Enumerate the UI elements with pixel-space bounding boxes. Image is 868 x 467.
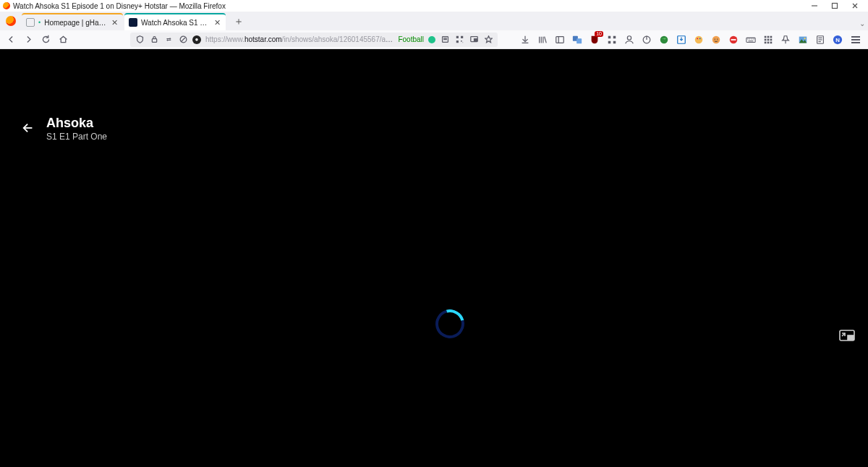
bookmark-star-icon[interactable]	[483, 35, 493, 45]
nord-icon[interactable]: N	[832, 34, 843, 46]
svg-rect-53	[770, 35, 773, 38]
svg-rect-23	[556, 36, 564, 43]
svg-line-22	[545, 36, 547, 43]
nav-forward-button[interactable]	[22, 33, 35, 46]
svg-rect-55	[767, 38, 770, 40]
container-indicator-icon	[428, 36, 435, 43]
svg-rect-1	[833, 4, 838, 9]
nav-reload-button[interactable]	[39, 33, 52, 46]
svg-rect-72	[848, 335, 854, 340]
loading-spinner-icon	[430, 304, 470, 344]
block-icon[interactable]	[728, 34, 739, 46]
pip-urlbar-icon[interactable]	[469, 35, 479, 45]
nav-back-button[interactable]	[4, 33, 17, 46]
grid-icon[interactable]	[606, 34, 618, 46]
sidebar-toggle-icon[interactable]	[554, 34, 566, 46]
nav-home-button[interactable]	[56, 33, 69, 46]
tab-label: Watch Ahsoka S1 Episode 1 on	[141, 19, 209, 27]
window-title: Watch Ahsoka S1 Episode 1 on Disney+ Hot…	[13, 2, 226, 10]
power-icon[interactable]	[641, 34, 652, 46]
video-title: Ahsoka	[46, 116, 93, 131]
keyboard-icon[interactable]	[745, 34, 757, 46]
svg-point-41	[715, 38, 715, 39]
svg-rect-13	[461, 40, 462, 42]
notes-icon[interactable]	[814, 34, 826, 46]
pin-icon[interactable]	[780, 34, 791, 46]
url-text: https://www.hotstar.com/in/shows/ahsoka/…	[205, 35, 393, 43]
apps-grid-icon[interactable]	[762, 34, 774, 46]
tab-strip: • Homepage | gHacks Technolog ✕ Watch Ah…	[0, 12, 868, 30]
ublock-icon[interactable]	[589, 34, 600, 46]
window-maximize-button[interactable]	[825, 0, 845, 12]
tracking-protection-icon[interactable]	[135, 35, 145, 45]
svg-rect-51	[765, 35, 767, 38]
qr-icon[interactable]	[454, 35, 464, 45]
svg-rect-12	[456, 40, 458, 43]
firefox-icon	[6, 16, 16, 26]
svg-rect-56	[770, 38, 773, 40]
tab-hotstar[interactable]: Watch Ahsoka S1 Episode 1 on ✕	[124, 13, 226, 30]
picture-icon[interactable]	[797, 34, 809, 46]
lock-icon[interactable]	[149, 35, 159, 45]
svg-marker-17	[485, 36, 491, 43]
face-icon[interactable]	[710, 34, 722, 46]
svg-line-6	[181, 37, 185, 41]
save-page-icon[interactable]	[676, 34, 687, 46]
tab-label: Homepage | gHacks Technolog	[44, 19, 106, 27]
globe-icon[interactable]	[658, 34, 670, 46]
window-minimize-button[interactable]	[804, 0, 825, 12]
svg-rect-29	[608, 40, 611, 43]
favicon-ghacks-icon	[26, 18, 35, 27]
palette-icon[interactable]	[693, 34, 705, 46]
url-tag: Football	[398, 35, 424, 43]
translate-icon[interactable]	[571, 34, 583, 46]
svg-rect-10	[456, 36, 458, 38]
window-titlebar: Watch Ahsoka S1 Episode 1 on Disney+ Hot…	[0, 0, 868, 12]
tab-close-button[interactable]: ✕	[213, 18, 221, 27]
svg-rect-57	[765, 41, 767, 43]
account-icon[interactable]	[624, 34, 635, 46]
svg-point-63	[804, 38, 805, 39]
svg-rect-59	[770, 41, 773, 43]
svg-rect-30	[613, 40, 616, 43]
site-identity-icon[interactable]: ●	[192, 35, 201, 44]
tab-close-button[interactable]: ✕	[110, 18, 119, 27]
new-tab-button[interactable]: ＋	[230, 13, 247, 30]
app-menu-button[interactable]	[849, 33, 862, 46]
svg-point-37	[695, 35, 703, 43]
svg-rect-44	[731, 39, 736, 40]
svg-rect-45	[746, 38, 755, 42]
blocked-media-icon[interactable]	[178, 35, 188, 45]
tabs-overflow-button[interactable]: ⌄	[859, 20, 865, 27]
svg-point-34	[660, 35, 668, 43]
svg-point-42	[717, 38, 718, 39]
svg-rect-4	[152, 39, 156, 43]
svg-rect-52	[767, 35, 770, 38]
svg-rect-58	[767, 41, 770, 43]
pip-overlay-button[interactable]	[839, 330, 855, 343]
window-close-button[interactable]	[845, 0, 865, 12]
tab-loading-indicator: •	[38, 19, 41, 26]
svg-rect-16	[474, 39, 477, 41]
video-back-button[interactable]	[22, 121, 35, 137]
library-icon[interactable]	[537, 34, 548, 46]
downloads-icon[interactable]	[519, 34, 531, 46]
svg-rect-28	[613, 35, 616, 38]
toolbar-extensions: N	[502, 33, 864, 46]
firefox-icon	[3, 2, 10, 9]
svg-point-39	[699, 38, 701, 39]
tab-ghacks[interactable]: • Homepage | gHacks Technolog ✕	[22, 13, 123, 30]
reader-mode-icon[interactable]	[440, 35, 450, 45]
firefox-menu-button[interactable]	[3, 13, 19, 29]
svg-rect-54	[765, 38, 767, 40]
svg-rect-27	[608, 35, 611, 38]
svg-point-40	[712, 35, 720, 43]
address-bar[interactable]: ⇄ ● https://www.hotstar.com/in/shows/ahs…	[130, 33, 498, 47]
permissions-icon[interactable]: ⇄	[163, 35, 174, 45]
svg-text:N: N	[835, 36, 840, 43]
svg-point-31	[627, 35, 631, 39]
svg-point-38	[697, 38, 698, 39]
navigation-toolbar: ⇄ ● https://www.hotstar.com/in/shows/ahs…	[0, 30, 868, 49]
svg-rect-26	[576, 38, 582, 43]
svg-rect-14	[462, 42, 463, 43]
